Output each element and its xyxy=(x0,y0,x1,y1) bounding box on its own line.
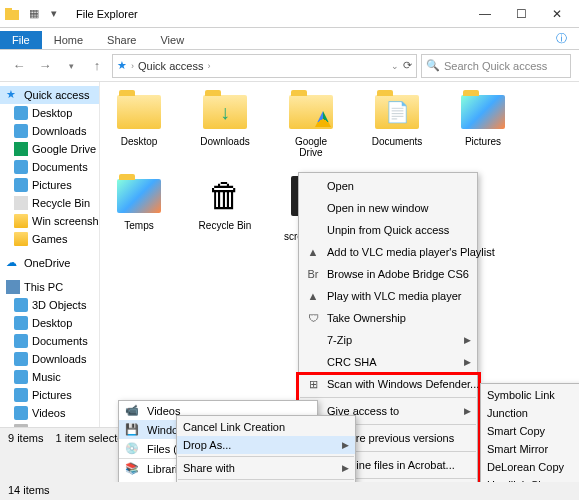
sidebar-item-3d[interactable]: 3D Objects xyxy=(0,296,99,314)
minimize-button[interactable]: — xyxy=(467,0,503,28)
ctx-vlc-playlist[interactable]: ▲Add to VLC media player's Playlist xyxy=(299,241,477,263)
secondary-status-bar: 14 items xyxy=(0,482,579,500)
title-bar: ▦ ▾ File Explorer — ☐ ✕ xyxy=(0,0,579,28)
ctx-unpin[interactable]: Unpin from Quick access xyxy=(299,219,477,241)
sidebar-item-desktop[interactable]: Desktop xyxy=(0,104,99,122)
file-item-google-drive[interactable]: Google Drive xyxy=(282,92,340,158)
ctx-open-new-window[interactable]: Open in new window xyxy=(299,197,477,219)
close-button[interactable]: ✕ xyxy=(539,0,575,28)
dropas-smart-mirror[interactable]: Smart Mirror xyxy=(481,440,579,458)
window-title: File Explorer xyxy=(72,8,467,20)
sec-ctx-cancel-link[interactable]: Cancel Link Creation xyxy=(177,418,355,436)
file-item-desktop[interactable]: Desktop xyxy=(110,92,168,158)
folder-icon xyxy=(287,92,335,132)
folder-icon xyxy=(14,232,28,246)
folder-icon xyxy=(115,92,163,132)
breadcrumb-root[interactable]: Quick access xyxy=(138,60,203,72)
sidebar-item-gdrive[interactable]: Google Drive xyxy=(0,140,99,158)
chevron-right-icon: ▶ xyxy=(464,357,471,367)
qat-new-folder-icon[interactable]: ▾ xyxy=(46,6,62,22)
onedrive-icon: ☁ xyxy=(6,256,20,270)
folder-icon: 🗑 xyxy=(201,176,249,216)
videos-icon: 📹 xyxy=(125,404,139,417)
qat-properties-icon[interactable]: ▦ xyxy=(26,6,42,22)
ctx-crc-sha[interactable]: CRC SHA▶ xyxy=(299,351,477,373)
up-button[interactable]: ↑ xyxy=(86,55,108,77)
item-label: Downloads xyxy=(200,136,249,147)
recent-dropdown[interactable]: ▾ xyxy=(60,55,82,77)
file-item-recycle-bin[interactable]: 🗑Recycle Bin xyxy=(196,176,254,242)
ctx-vlc-play[interactable]: ▲Play with VLC media player xyxy=(299,285,477,307)
sec-ctx-drop-as[interactable]: Drop As...▶ xyxy=(177,436,355,454)
search-placeholder: Search Quick access xyxy=(444,60,547,72)
sidebar-item-games[interactable]: Games xyxy=(0,230,99,248)
chevron-right-icon[interactable]: › xyxy=(207,61,210,71)
tab-view[interactable]: View xyxy=(148,31,196,49)
sidebar-item-music[interactable]: Music xyxy=(0,368,99,386)
sidebar-item-pictures[interactable]: Pictures xyxy=(0,176,99,194)
file-item-temps[interactable]: Temps xyxy=(110,176,168,242)
search-input[interactable]: 🔍 Search Quick access xyxy=(421,54,571,78)
maximize-button[interactable]: ☐ xyxy=(503,0,539,28)
ctx-take-ownership[interactable]: 🛡Take Ownership xyxy=(299,307,477,329)
music-icon xyxy=(14,370,28,384)
folder-icon xyxy=(14,214,28,228)
sidebar-this-pc[interactable]: This PC xyxy=(0,278,99,296)
quick-access-toolbar: ▦ ▾ xyxy=(26,6,62,22)
svg-rect-1 xyxy=(5,8,12,11)
sidebar-item-winscreensh[interactable]: Win screensh xyxy=(0,212,99,230)
dropas-smart-copy[interactable]: Smart Copy xyxy=(481,422,579,440)
sidebar-item-desktop2[interactable]: Desktop xyxy=(0,314,99,332)
search-icon: 🔍 xyxy=(426,59,440,72)
chevron-right-icon[interactable]: › xyxy=(131,61,134,71)
sidebar-item-recycle[interactable]: Recycle Bin xyxy=(0,194,99,212)
pictures-icon xyxy=(14,388,28,402)
bridge-icon: Br xyxy=(305,266,321,282)
shield-icon: 🛡 xyxy=(305,310,321,326)
forward-button[interactable]: → xyxy=(34,55,56,77)
sidebar-item-documents2[interactable]: Documents xyxy=(0,332,99,350)
tab-share[interactable]: Share xyxy=(95,31,148,49)
sidebar-onedrive[interactable]: ☁OneDrive xyxy=(0,254,99,272)
file-item-pictures[interactable]: Pictures xyxy=(454,92,512,158)
ribbon: File Home Share View ⓘ xyxy=(0,28,579,50)
ribbon-help-icon[interactable]: ⓘ xyxy=(544,28,579,49)
defender-icon: ⊞ xyxy=(305,376,321,392)
dropas-junction[interactable]: Junction xyxy=(481,404,579,422)
chevron-right-icon: ▶ xyxy=(464,335,471,345)
ctx-open[interactable]: Open xyxy=(299,175,477,197)
sidebar-quick-access[interactable]: ★Quick access xyxy=(0,86,99,104)
item-label: Pictures xyxy=(465,136,501,147)
downloads-icon xyxy=(14,124,28,138)
sidebar-item-localdisk[interactable]: Local Disk (C:) xyxy=(0,422,99,427)
item-label: Google Drive xyxy=(282,136,340,158)
sidebar-item-documents[interactable]: Documents xyxy=(0,158,99,176)
ctx-adobe-bridge[interactable]: BrBrowse in Adobe Bridge CS6 xyxy=(299,263,477,285)
documents-icon xyxy=(14,334,28,348)
address-dropdown-icon[interactable]: ⌄ xyxy=(391,61,399,71)
svg-rect-0 xyxy=(5,10,19,20)
ctx-defender[interactable]: ⊞Scan with Windows Defender... xyxy=(299,373,477,395)
item-count: 9 items xyxy=(8,432,43,444)
gdrive-icon xyxy=(14,142,28,156)
sec-ctx-share-with[interactable]: Share with▶ xyxy=(177,459,355,477)
dropas-symbolic-link[interactable]: Symbolic Link xyxy=(481,386,579,404)
recycle-icon xyxy=(14,196,28,210)
refresh-icon[interactable]: ⟳ xyxy=(403,59,412,72)
dropas-delorean-copy[interactable]: DeLorean Copy xyxy=(481,458,579,476)
sidebar-item-videos[interactable]: Videos xyxy=(0,404,99,422)
address-bar: ← → ▾ ↑ ★ › Quick access › ⌄ ⟳ 🔍 Search … xyxy=(0,50,579,82)
file-item-documents[interactable]: 📄Documents xyxy=(368,92,426,158)
tab-home[interactable]: Home xyxy=(42,31,95,49)
breadcrumb[interactable]: ★ › Quick access › ⌄ ⟳ xyxy=(112,54,417,78)
sidebar-item-pictures2[interactable]: Pictures xyxy=(0,386,99,404)
3d-icon xyxy=(14,298,28,312)
desktop-icon xyxy=(14,316,28,330)
sidebar-item-downloads[interactable]: Downloads xyxy=(0,122,99,140)
ctx-7zip[interactable]: 7-Zip▶ xyxy=(299,329,477,351)
back-button[interactable]: ← xyxy=(8,55,30,77)
sidebar-item-downloads2[interactable]: Downloads xyxy=(0,350,99,368)
file-item-downloads[interactable]: ↓Downloads xyxy=(196,92,254,158)
file-tab[interactable]: File xyxy=(0,31,42,49)
pictures-icon xyxy=(14,178,28,192)
